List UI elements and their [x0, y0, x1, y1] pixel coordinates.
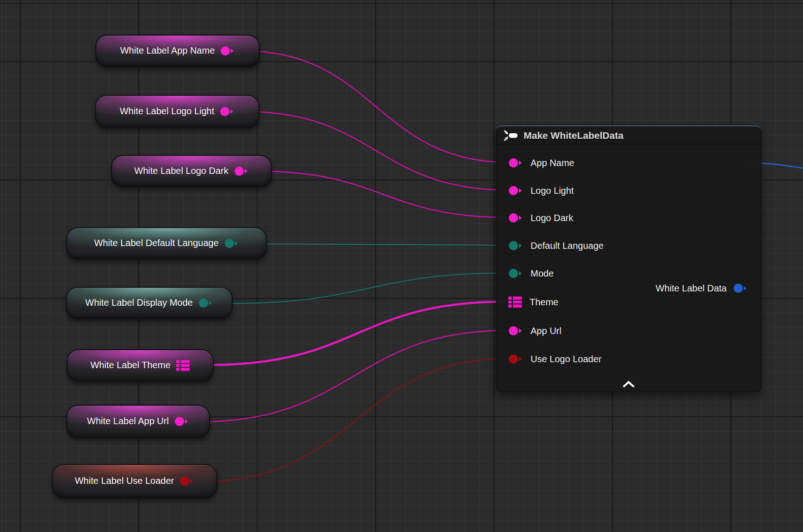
wire-app-name: [243, 51, 509, 162]
variable-node-white-label-theme[interactable]: White Label Theme: [67, 349, 214, 382]
wire-logo-light: [244, 111, 509, 190]
blueprint-graph-canvas[interactable]: White Label App Name White Label Logo Li…: [0, 0, 803, 532]
input-pin-label: Theme: [530, 297, 558, 308]
string-input-pin[interactable]: [508, 212, 523, 223]
input-pin-label: App Url: [531, 326, 562, 336]
struct-grid-icon[interactable]: [176, 359, 190, 371]
output-pin-row-white-label-data: White Label Data: [656, 280, 748, 296]
variable-node-label: White Label App Url: [87, 416, 169, 427]
variable-node-white-label-logo-light[interactable]: White Label Logo Light: [95, 95, 259, 128]
input-pin-row-mode: Mode: [508, 266, 554, 281]
bool-input-pin[interactable]: [508, 353, 523, 365]
variable-node-label: White Label Default Language: [94, 238, 218, 248]
string-input-pin[interactable]: [508, 325, 523, 336]
variable-node-label: White Label Use Loader: [75, 476, 174, 486]
chevron-up-icon: [623, 381, 635, 387]
bool-output-pin[interactable]: [179, 476, 194, 487]
variable-node-white-label-app-url[interactable]: White Label App Url: [66, 405, 210, 438]
variable-node-white-label-logo-dark[interactable]: White Label Logo Dark: [111, 155, 272, 187]
input-pin-row-theme: Theme: [508, 294, 558, 310]
variable-node-label: White Label App Name: [120, 46, 215, 56]
make-node-title: Make WhiteLabelData: [524, 130, 624, 141]
input-pin-label: Default Language: [531, 241, 604, 251]
input-pin-label: Logo Dark: [531, 213, 573, 223]
enum-output-pin[interactable]: [224, 238, 239, 249]
make-struct-icon: [503, 129, 519, 142]
input-pin-row-app-name: App Name: [508, 155, 574, 171]
wire-app-url: [198, 330, 509, 422]
string-output-pin[interactable]: [220, 106, 235, 117]
string-output-pin[interactable]: [220, 45, 235, 56]
input-pin-row-use-logo-loader: Use Logo Loader: [508, 351, 601, 367]
wire-logo-dark: [257, 171, 509, 217]
variable-node-label: White Label Logo Dark: [134, 166, 228, 176]
string-output-pin[interactable]: [234, 166, 249, 177]
variable-node-label: White Label Display Mode: [85, 298, 192, 308]
variable-node-white-label-app-name[interactable]: White Label App Name: [95, 35, 260, 67]
variable-node-white-label-display-mode[interactable]: White Label Display Mode: [66, 287, 233, 319]
enum-output-pin[interactable]: [198, 297, 213, 309]
input-pin-label: App Name: [531, 158, 574, 168]
wire-use-loader: [203, 359, 509, 482]
make-node-header[interactable]: Make WhiteLabelData: [496, 125, 761, 145]
struct-grid-icon[interactable]: [508, 296, 522, 308]
collapse-node-button[interactable]: [618, 379, 639, 389]
variable-node-white-label-use-loader[interactable]: White Label Use Loader: [52, 464, 217, 498]
enum-input-pin[interactable]: [508, 268, 523, 279]
struct-output-pin[interactable]: [733, 283, 748, 294]
variable-node-label: White Label Logo Light: [120, 106, 215, 117]
input-pin-row-app-url: App Url: [508, 323, 562, 339]
input-pin-row-logo-light: Logo Light: [508, 183, 574, 198]
string-input-pin[interactable]: [508, 157, 523, 168]
make-whitelabeldata-node[interactable]: Make WhiteLabelData App Name Logo Light …: [496, 125, 761, 392]
input-pin-label: Logo Light: [531, 186, 574, 196]
input-pin-label: Mode: [531, 268, 554, 279]
wire-default-language: [250, 244, 509, 245]
input-pin-label: Use Logo Loader: [531, 354, 601, 365]
input-pin-row-logo-dark: Logo Dark: [508, 210, 573, 226]
wire-display-mode: [229, 273, 509, 303]
variable-node-label: White Label Theme: [90, 360, 170, 371]
enum-input-pin[interactable]: [508, 240, 523, 251]
variable-node-white-label-default-language[interactable]: White Label Default Language: [66, 227, 267, 260]
input-pin-row-default-language: Default Language: [508, 238, 604, 254]
output-pin-label: White Label Data: [656, 283, 727, 294]
string-output-pin[interactable]: [174, 416, 189, 427]
string-input-pin[interactable]: [508, 185, 523, 196]
